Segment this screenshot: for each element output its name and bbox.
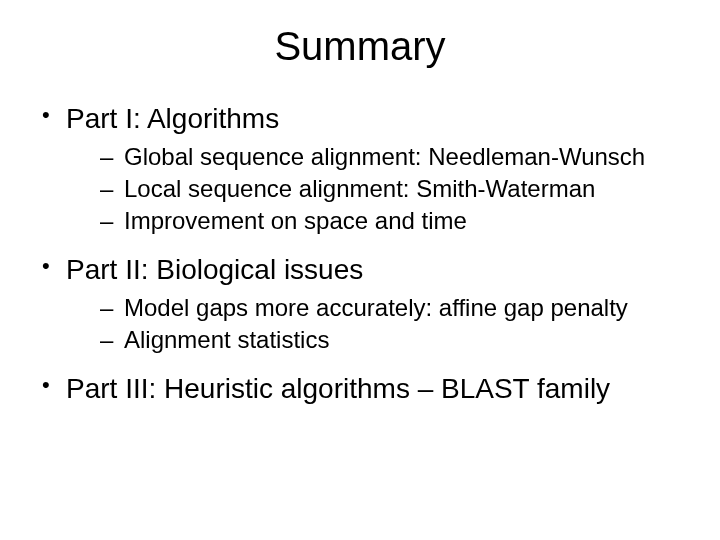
slide-title: Summary [36, 24, 684, 69]
sub-list-item: Alignment statistics [66, 325, 684, 355]
sub-list-item: Global sequence alignment: Needleman-Wun… [66, 142, 684, 172]
bullet-list: Part I: Algorithms Global sequence align… [36, 101, 684, 406]
sub-list-item: Local sequence alignment: Smith-Waterman [66, 174, 684, 204]
list-item-label: Part II: Biological issues [66, 254, 363, 285]
sub-list-item: Improvement on space and time [66, 206, 684, 236]
sub-list: Model gaps more accurately: affine gap p… [66, 293, 684, 355]
sub-list: Global sequence alignment: Needleman-Wun… [66, 142, 684, 236]
list-item: Part III: Heuristic algorithms – BLAST f… [36, 371, 684, 406]
sub-list-item: Model gaps more accurately: affine gap p… [66, 293, 684, 323]
list-item: Part II: Biological issues Model gaps mo… [36, 252, 684, 355]
slide: Summary Part I: Algorithms Global sequen… [0, 0, 720, 540]
list-item-label: Part I: Algorithms [66, 103, 279, 134]
list-item-label: Part III: Heuristic algorithms – BLAST f… [66, 373, 610, 404]
list-item: Part I: Algorithms Global sequence align… [36, 101, 684, 236]
